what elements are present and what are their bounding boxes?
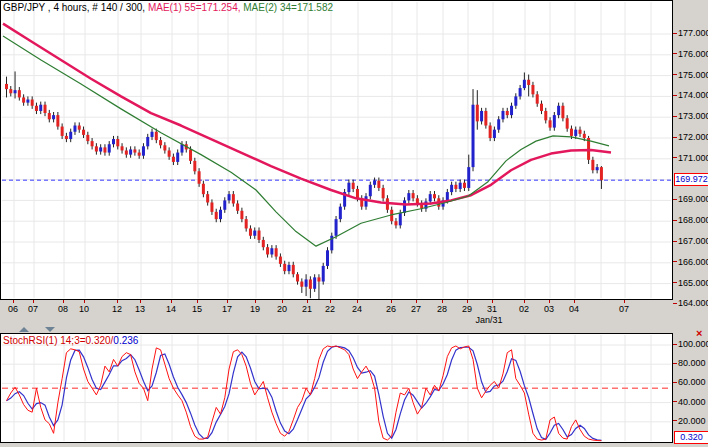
time-axis-label: 03 bbox=[539, 304, 559, 314]
price-axis-label: 165.000 bbox=[678, 278, 708, 288]
indicator-axis-label: 60.000 bbox=[678, 377, 706, 387]
indicator-axis-tick bbox=[673, 363, 677, 364]
price-axis-label: 174.000 bbox=[678, 90, 708, 100]
time-axis-month-label: Jan/31 bbox=[469, 315, 509, 325]
time-axis-label: 15 bbox=[187, 304, 207, 314]
time-axis-tick bbox=[524, 300, 525, 303]
indicator-axis-tick bbox=[673, 382, 677, 383]
time-axis-tick bbox=[140, 300, 141, 303]
time-axis-tick bbox=[117, 300, 118, 303]
indicator-title: StochRSI(1) 14;3=0.320/0.236 bbox=[3, 335, 138, 346]
price-axis-tick bbox=[673, 261, 677, 262]
time-axis-label: 02 bbox=[514, 304, 534, 314]
time-axis-tick bbox=[255, 300, 256, 303]
chart-title-ma1: MAE(1) 55=171.254, bbox=[148, 2, 241, 13]
indicator-title-main: StochRSI(1) 14;3=0.320 bbox=[3, 335, 111, 346]
time-axis-tick bbox=[357, 300, 358, 303]
price-axis-label: 173.000 bbox=[678, 111, 708, 121]
price-axis-tick bbox=[673, 53, 677, 54]
time-axis-label: 07 bbox=[23, 304, 43, 314]
price-axis-label: 172.000 bbox=[678, 132, 708, 142]
time-axis-label: 13 bbox=[130, 304, 150, 314]
time-axis-tick bbox=[282, 300, 283, 303]
time-axis-label: 06 bbox=[3, 304, 23, 314]
indicator-axis-label: 20.000 bbox=[678, 416, 706, 426]
indicator-axis-tick bbox=[673, 420, 677, 421]
indicator-canvas[interactable] bbox=[1, 334, 672, 442]
splitter-up-arrow-icon[interactable] bbox=[19, 327, 29, 332]
time-axis-tick bbox=[574, 300, 575, 303]
time-axis-label: 19 bbox=[245, 304, 265, 314]
indicator-panel[interactable] bbox=[0, 333, 673, 443]
time-axis-label: 24 bbox=[347, 304, 367, 314]
time-axis-label: 04 bbox=[564, 304, 584, 314]
time-axis-label: 14 bbox=[161, 304, 181, 314]
candlesticks bbox=[5, 71, 603, 299]
time-axis-tick bbox=[33, 300, 34, 303]
price-axis-tick bbox=[673, 199, 677, 200]
indicator-axis-tick bbox=[673, 344, 677, 345]
time-axis-tick bbox=[197, 300, 198, 303]
time-axis-tick bbox=[442, 300, 443, 303]
time-axis-tick bbox=[416, 300, 417, 303]
chart-title: GBP/JPY , 4 hours, # 140 / 300, MAE(1) 5… bbox=[3, 2, 333, 13]
indicator-close-icon[interactable]: × bbox=[696, 328, 702, 339]
time-axis-tick bbox=[63, 300, 64, 303]
chart-title-symbol: GBP/JPY , 4 hours, # 140 / 300, bbox=[3, 2, 145, 13]
splitter-down-arrow-icon[interactable] bbox=[45, 327, 55, 332]
current-price-tag: 169.972 bbox=[674, 173, 708, 186]
price-axis-tick bbox=[673, 74, 677, 75]
time-axis-label: 31 bbox=[482, 304, 502, 314]
main-chart-panel[interactable] bbox=[0, 0, 673, 300]
time-axis-tick bbox=[307, 300, 308, 303]
time-axis-tick bbox=[467, 300, 468, 303]
price-axis-tick bbox=[673, 95, 677, 96]
main-chart-canvas[interactable] bbox=[1, 1, 672, 299]
time-axis-label: 28 bbox=[432, 304, 452, 314]
price-axis-tick bbox=[673, 137, 677, 138]
time-axis-label: 10 bbox=[74, 304, 94, 314]
price-axis-label: 175.000 bbox=[678, 70, 708, 80]
price-axis-tick bbox=[673, 157, 677, 158]
time-axis-label: 20 bbox=[272, 304, 292, 314]
price-axis-label: 168.000 bbox=[678, 215, 708, 225]
time-axis-label: 12 bbox=[107, 304, 127, 314]
price-axis-tick bbox=[673, 303, 677, 304]
time-axis-label: 17 bbox=[217, 304, 237, 314]
indicator-axis-label: 80.000 bbox=[678, 358, 706, 368]
time-axis-label: 21 bbox=[297, 304, 317, 314]
price-axis-label: 164.000 bbox=[678, 298, 708, 308]
price-axis-tick bbox=[673, 33, 677, 34]
time-axis-label: 27 bbox=[406, 304, 426, 314]
price-axis-tick bbox=[673, 220, 677, 221]
time-axis-tick bbox=[330, 300, 331, 303]
time-axis-label: 07 bbox=[614, 304, 634, 314]
time-axis-tick bbox=[171, 300, 172, 303]
stochrsi-lines bbox=[7, 346, 602, 441]
price-axis-label: 169.000 bbox=[678, 194, 708, 204]
price-axis-tick bbox=[673, 282, 677, 283]
time-axis-label: 29 bbox=[457, 304, 477, 314]
chart-title-ma2: MAE(2) 34=171.582 bbox=[243, 2, 333, 13]
time-axis-tick bbox=[391, 300, 392, 303]
time-axis-tick bbox=[492, 300, 493, 303]
price-axis-label: 177.000 bbox=[678, 28, 708, 38]
time-axis-tick bbox=[84, 300, 85, 303]
time-axis-tick bbox=[624, 300, 625, 303]
time-axis-label: 22 bbox=[320, 304, 340, 314]
indicator-value-tag: 0.320 bbox=[674, 431, 708, 444]
time-axis-tick bbox=[13, 300, 14, 303]
price-axis-label: 171.000 bbox=[678, 153, 708, 163]
price-axis-tick bbox=[673, 241, 677, 242]
price-axis-label: 166.000 bbox=[678, 257, 708, 267]
price-axis-label: 176.000 bbox=[678, 49, 708, 59]
moving-average-lines bbox=[3, 24, 611, 247]
indicator-title-signal: 0.236 bbox=[113, 335, 138, 346]
indicator-axis-label: 40.000 bbox=[678, 397, 706, 407]
indicator-axis-label: 100.000 bbox=[678, 339, 708, 349]
price-axis-label: 167.000 bbox=[678, 236, 708, 246]
time-axis-label: 08 bbox=[53, 304, 73, 314]
price-axis-tick bbox=[673, 116, 677, 117]
time-axis-tick bbox=[549, 300, 550, 303]
time-axis-tick bbox=[227, 300, 228, 303]
